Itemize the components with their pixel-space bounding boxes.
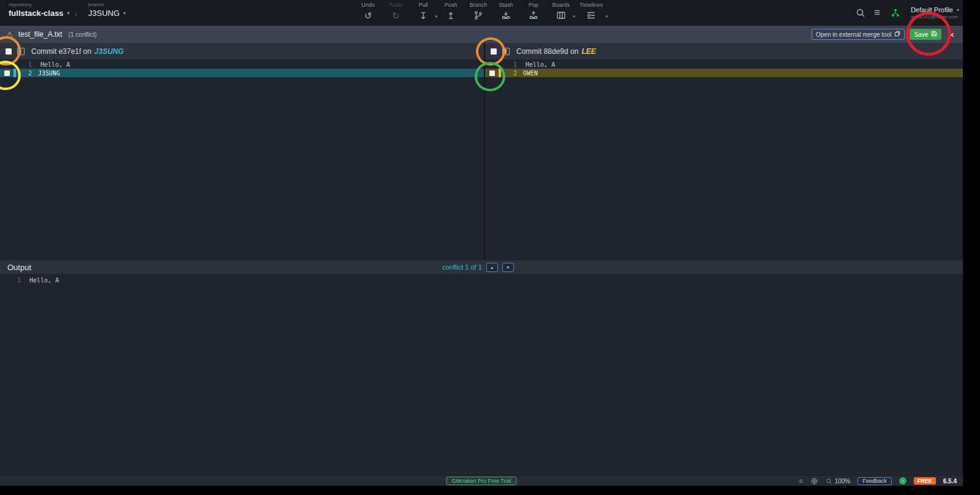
line-number: 1 bbox=[501, 61, 517, 68]
line-text: J3SUNG bbox=[38, 70, 60, 77]
output-header: Output conflict 1 of 1 ▲ ▼ bbox=[0, 260, 963, 274]
left-branch-ref: J3SUNG bbox=[94, 47, 124, 56]
repository-label: repository bbox=[9, 2, 70, 7]
toolbar-actions: Undo ↺ Redo ↻ Pull ↧ ▾ Push ↥ Branch bbox=[359, 2, 603, 21]
right-code-view: 1 Hello, A 2 OWEN bbox=[485, 60, 963, 77]
conflict-count: (1 conflict) bbox=[69, 31, 97, 38]
merge-area: Commit e37e1f on J3SUNG 1 Hello, A 2 J3S… bbox=[0, 43, 963, 260]
line-text: Hello, A bbox=[526, 61, 555, 68]
right-branch-ref: LEE bbox=[581, 47, 595, 56]
feedback-button[interactable]: Feedback bbox=[858, 477, 892, 485]
globe-icon[interactable] bbox=[810, 477, 818, 485]
boards-button[interactable]: Boards ▾ bbox=[552, 2, 570, 21]
line-text: Hello, A bbox=[40, 61, 70, 68]
top-toolbar: repository fullstack-class ▾ › branch J3… bbox=[0, 0, 963, 26]
code-line: 1 Hello, A bbox=[0, 60, 484, 69]
repository-selector[interactable]: repository fullstack-class ▾ bbox=[9, 2, 70, 18]
avatar[interactable] bbox=[889, 6, 902, 20]
repository-name: fullstack-class bbox=[9, 9, 64, 18]
conflict-file-bar: ⚠ test_file_A.txt (1 conflict) Open in e… bbox=[0, 26, 963, 43]
status-bar: GitKraken Pro Free Trial ≡ 100% Feedback… bbox=[0, 475, 963, 486]
arrow-down-icon: ▼ bbox=[506, 265, 510, 270]
line-number: 1 bbox=[0, 277, 21, 284]
external-link-icon bbox=[894, 31, 900, 38]
branch-selector[interactable]: branch J3SUNG ▾ bbox=[88, 2, 126, 18]
previous-conflict-button[interactable]: ▲ bbox=[486, 263, 498, 272]
zoom-level: 100% bbox=[835, 478, 851, 485]
output-line: 1 Hello, A bbox=[0, 276, 963, 284]
version-number: 6.5.4 bbox=[943, 478, 957, 485]
chevron-down-icon: ▾ bbox=[957, 7, 959, 13]
left-code-view: 1 Hello, A 2 J3SUNG bbox=[0, 60, 484, 77]
left-panel-header: Commit e37e1f on J3SUNG bbox=[0, 43, 484, 60]
timelines-icon bbox=[586, 10, 596, 21]
conflict-navigator: conflict 1 of 1 ▲ ▼ bbox=[442, 260, 514, 274]
chevron-down-icon: ▾ bbox=[123, 10, 126, 16]
status-right: ≡ 100% Feedback ↑ FREE 6.5.4 bbox=[799, 475, 957, 486]
stash-button[interactable]: Stash bbox=[497, 2, 515, 21]
pull-icon: ↧ bbox=[420, 10, 428, 21]
arrow-up-icon: ▲ bbox=[490, 265, 494, 270]
conflict-line[interactable]: 2 OWEN bbox=[485, 69, 963, 77]
breadcrumb-separator-icon: › bbox=[75, 10, 77, 18]
profile-name: Default Profile bbox=[911, 6, 953, 13]
zoom-control[interactable]: 100% bbox=[826, 478, 851, 485]
chevron-down-icon: ▾ bbox=[435, 14, 437, 19]
save-icon bbox=[931, 31, 937, 38]
chevron-down-icon: ▾ bbox=[67, 10, 70, 16]
timelines-button[interactable]: Timelines ▾ bbox=[579, 2, 603, 21]
boards-icon bbox=[556, 10, 566, 21]
branch-label: branch bbox=[88, 2, 126, 7]
stash-icon bbox=[501, 10, 511, 21]
merge-panel-right: Commit 88de9d on LEE 1 Hello, A 2 OWEN bbox=[485, 43, 963, 260]
right-commit-title: Commit 88de9d on bbox=[516, 47, 578, 56]
pop-icon bbox=[529, 10, 538, 21]
pull-button[interactable]: Pull ↧ ▾ bbox=[414, 2, 432, 21]
search-icon[interactable] bbox=[856, 8, 865, 18]
left-line-checkbox[interactable] bbox=[4, 70, 10, 76]
chevron-down-icon: ▾ bbox=[606, 14, 608, 19]
push-button[interactable]: Push ↥ bbox=[442, 2, 460, 21]
pop-button[interactable]: Pop bbox=[524, 2, 543, 21]
redo-icon: ↻ bbox=[392, 10, 400, 21]
redo-button[interactable]: Redo ↻ bbox=[386, 2, 405, 21]
left-select-all-checkbox[interactable] bbox=[6, 48, 12, 55]
left-hunk-icon bbox=[17, 48, 24, 55]
line-number: 2 bbox=[16, 70, 32, 77]
line-number: 1 bbox=[16, 61, 32, 68]
upgrade-icon[interactable]: ↑ bbox=[899, 477, 907, 485]
profile-menu[interactable]: Default Profile ▾ wens141@naver.com bbox=[911, 6, 959, 20]
left-commit-title: Commit e37e1f on bbox=[31, 47, 91, 56]
branch-icon bbox=[473, 10, 483, 21]
conflict-line[interactable]: 2 J3SUNG bbox=[0, 69, 484, 77]
conflict-nav-text: conflict 1 of 1 bbox=[442, 263, 482, 271]
undo-icon: ↺ bbox=[364, 10, 372, 21]
plan-badge[interactable]: FREE bbox=[914, 477, 936, 485]
push-icon: ↥ bbox=[447, 10, 455, 21]
save-button[interactable]: Save bbox=[910, 29, 941, 40]
list-view-icon[interactable]: ≡ bbox=[799, 478, 802, 485]
pro-trial-button[interactable]: GitKraken Pro Free Trial bbox=[446, 477, 516, 485]
close-icon[interactable]: × bbox=[949, 30, 954, 39]
open-external-merge-tool-button[interactable]: Open in external merge tool bbox=[812, 29, 905, 40]
output-title: Output bbox=[7, 263, 31, 272]
conflict-filename: test_file_A.txt bbox=[18, 30, 62, 39]
chevron-down-icon: ▾ bbox=[573, 14, 575, 19]
line-text: OWEN bbox=[523, 70, 538, 77]
right-line-checkbox[interactable] bbox=[489, 70, 495, 76]
right-hunk-icon bbox=[502, 48, 510, 55]
merge-panel-left: Commit e37e1f on J3SUNG 1 Hello, A 2 J3S… bbox=[0, 43, 484, 260]
line-number: 2 bbox=[501, 70, 517, 77]
right-select-all-checkbox[interactable] bbox=[491, 48, 497, 55]
right-panel-header: Commit 88de9d on LEE bbox=[485, 43, 963, 60]
app-window: repository fullstack-class ▾ › branch J3… bbox=[0, 0, 963, 486]
next-conflict-button[interactable]: ▼ bbox=[502, 263, 514, 272]
topbar-right: ≡ Default Profile ▾ wens141@naver.com bbox=[856, 0, 959, 26]
menu-icon[interactable]: ≡ bbox=[874, 7, 880, 19]
branch-name: J3SUNG bbox=[88, 9, 119, 18]
warning-icon: ⚠ bbox=[6, 30, 13, 39]
undo-button[interactable]: Undo ↺ bbox=[359, 2, 377, 21]
branch-button[interactable]: Branch bbox=[469, 2, 488, 21]
gitkraken-app: repository fullstack-class ▾ › branch J3… bbox=[0, 0, 980, 495]
code-line: 1 Hello, A bbox=[485, 60, 963, 69]
